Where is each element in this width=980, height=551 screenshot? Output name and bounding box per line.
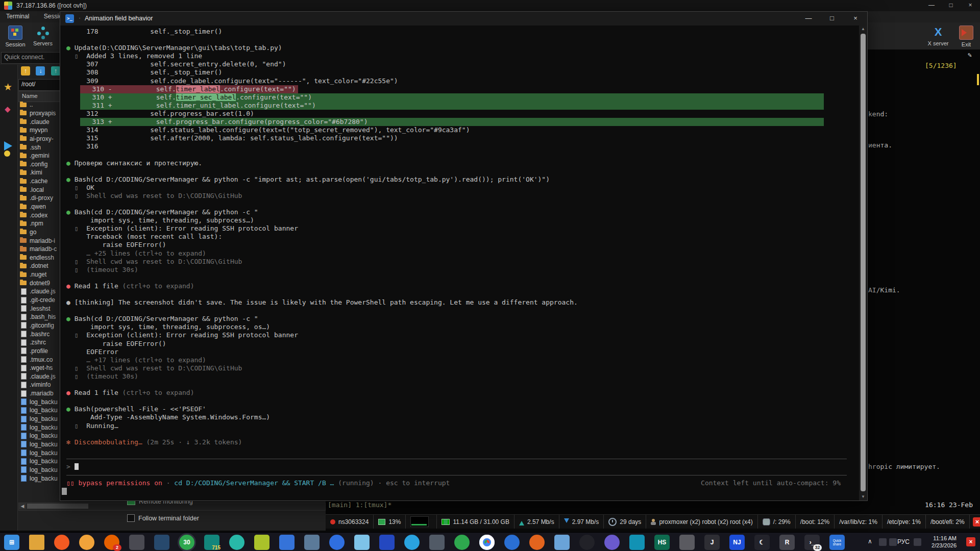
terminal-line: ▯ Shell cwd was reset to D:\CODING\GitHu… — [66, 258, 859, 266]
taskbar-icon-lime-app[interactable] — [254, 535, 270, 550]
taskbar-icon-dark-app[interactable] — [129, 535, 144, 550]
exit-button[interactable]: Exit — [953, 24, 979, 47]
text-segment: 316 — [66, 142, 99, 150]
scroll-up-icon[interactable]: ▲ — [859, 26, 867, 33]
claude-scrollbar-thumb[interactable] — [861, 34, 866, 491]
taskbar-icon-hwinfo[interactable]: HS — [654, 535, 670, 550]
minimize-button[interactable]: — — [922, 0, 941, 11]
tools-icon[interactable]: ◆ — [5, 105, 11, 114]
taskbar-icon-nj-app[interactable]: NJ — [729, 535, 745, 550]
taskbar-icon-blue-app[interactable] — [279, 535, 295, 550]
taskbar-icon-orange2-app[interactable] — [529, 535, 545, 550]
remote-monitor-bar: ns306332413%11.14 GB / 31.00 GB2.57 Mb/s… — [326, 514, 980, 529]
scrollbar-thumb[interactable] — [27, 504, 88, 509]
language-indicator[interactable]: РУС — [897, 538, 910, 545]
taskbar-icon-j-app[interactable]: J — [704, 535, 720, 550]
terminal-line — [66, 36, 859, 44]
monitor-value: /etc/pve: 1% — [887, 518, 921, 525]
folder-icon — [20, 187, 27, 192]
notification-alert-icon[interactable]: × — [966, 537, 975, 546]
taskbar-icon-blue-circle-app[interactable] — [504, 535, 520, 550]
download-icon[interactable]: ↓ — [36, 66, 45, 76]
taskbar-icon-teal-app[interactable]: 715 — [204, 535, 219, 550]
volume-icon[interactable] — [914, 538, 921, 546]
xserver-button[interactable]: X X server — [925, 24, 951, 46]
taskbar-icon-royal-app[interactable] — [379, 535, 395, 550]
taskbar-icon-grey-app[interactable] — [679, 535, 695, 550]
folder-icon — [20, 205, 27, 209]
menu-terminal[interactable]: Terminal — [0, 11, 35, 21]
file-name: dotnet9 — [30, 280, 50, 287]
taskbar-clock[interactable]: 11:16 AM 2/23/2026 — [921, 535, 957, 549]
scroll-left-icon[interactable]: ◀ — [19, 503, 26, 509]
session-button[interactable]: Session — [2, 24, 29, 47]
text-segment: ● — [66, 389, 70, 396]
monitor-ram: 11.14 GB / 31.00 GB — [437, 515, 514, 529]
taskbar-icon-violet-app[interactable] — [604, 535, 620, 550]
file-name: ai-proxy- — [30, 135, 54, 142]
taskbar-icon-r-app[interactable]: R — [779, 535, 795, 550]
taskbar-icon-powershell[interactable]: ›_32 — [804, 535, 820, 550]
monitor-plain: /var/lib/vz: 1% — [835, 515, 883, 529]
file-icon — [21, 407, 27, 414]
taskbar-icon-compass-app[interactable] — [329, 535, 345, 550]
taskbar-icon-green-app[interactable] — [454, 535, 470, 550]
taskbar-icon-telegram[interactable] — [404, 535, 420, 550]
claude-minimize-button[interactable]: — — [797, 12, 820, 26]
taskbar-icon-night-mode[interactable]: ☾ — [754, 535, 770, 550]
close-button[interactable]: × — [961, 0, 980, 11]
macros-icon[interactable] — [4, 151, 10, 157]
claude-terminal-content[interactable]: 178 self._stop_timer()● Update(D:\CODING… — [60, 26, 859, 500]
servers-button[interactable]: Servers — [30, 24, 56, 46]
claude-scrollbar[interactable]: ▲ ▼ — [859, 26, 867, 500]
upload-icon[interactable]: ↑ — [51, 66, 60, 76]
taskbar-icon-black-app[interactable] — [579, 535, 595, 550]
taskbar-icon-steel-app[interactable] — [304, 535, 320, 550]
context-left-indicator: Context left until auto-compact: 9% — [701, 479, 841, 487]
taskbar-icon-sky-app[interactable] — [354, 535, 370, 550]
start-glyph: ⊞ — [9, 539, 14, 546]
sessions-star-icon[interactable]: ★ — [4, 81, 12, 93]
terminal-line: ▯ OK — [66, 184, 859, 192]
maximize-button[interactable]: □ — [941, 0, 961, 11]
r-app-glyph: R — [785, 539, 790, 546]
text-segment: 313 + self.progress_bar.configure(progre… — [80, 118, 368, 126]
file-name: .local — [30, 186, 44, 193]
taskbar-icon-green-timer[interactable]: 30 — [179, 535, 194, 550]
prompt-line[interactable]: > — [66, 463, 859, 471]
tray-icon-1[interactable] — [879, 538, 887, 546]
text-segment: Update(D:\CODING\ServerManager\gui\tabs\… — [70, 44, 282, 52]
claude-maximize-button[interactable]: □ — [820, 12, 844, 26]
taskbar-icon-edge[interactable] — [229, 535, 244, 550]
text-segment: timer_sec_label — [176, 93, 236, 101]
sftp-plane-icon[interactable] — [4, 141, 17, 151]
claude-close-button[interactable]: × — [844, 12, 867, 26]
taskbar-icon-start[interactable]: ⊞ — [4, 535, 19, 550]
monitor-value: ns3063324 — [338, 518, 369, 525]
taskbar-icon-navy-app[interactable] — [154, 535, 169, 550]
taskbar-icon-chrome[interactable] — [479, 535, 495, 550]
tray-expand-icon[interactable]: ∧ — [868, 538, 872, 545]
taskbar-icon-orange-app[interactable] — [79, 535, 94, 550]
taskbar-icon-cyan-app[interactable] — [629, 535, 645, 550]
taskbar-icon-brave[interactable] — [54, 535, 69, 550]
text-segment: ● — [66, 44, 70, 52]
taskbar-icon-firefox[interactable]: 2 — [104, 535, 119, 550]
file-name: .gemini — [30, 152, 50, 159]
file-name: .gitconfig — [30, 322, 54, 329]
session-icon — [8, 26, 22, 40]
claude-titlebar[interactable]: >_ · Animation field behavior — □ × — [60, 12, 867, 26]
taskbar-icon-file-explorer[interactable] — [29, 535, 44, 550]
text-segment: (2m 25s · ↓ 3.2k tokens) — [142, 438, 242, 446]
folder-up-icon[interactable]: ↑ — [21, 66, 30, 76]
monitor-close-button[interactable]: × — [973, 517, 980, 527]
tray-icon-2[interactable] — [889, 538, 897, 546]
terminal-line: ● Bash(cd D:/CODING/ServerManager && pyt… — [66, 315, 859, 323]
taskbar-icon-quick-share[interactable]: Quick share — [829, 535, 845, 550]
taskbar-icon-slate-app[interactable] — [429, 535, 445, 550]
diff-added-line: 310 + self.timer_sec_label.configure(tex… — [80, 93, 824, 102]
taskbar-icon-lightblue-app[interactable] — [554, 535, 570, 550]
follow-terminal-folder-checkbox[interactable]: Follow terminal folder — [127, 514, 199, 522]
file-icon — [21, 365, 27, 371]
scroll-down-icon[interactable]: ▼ — [859, 493, 867, 500]
